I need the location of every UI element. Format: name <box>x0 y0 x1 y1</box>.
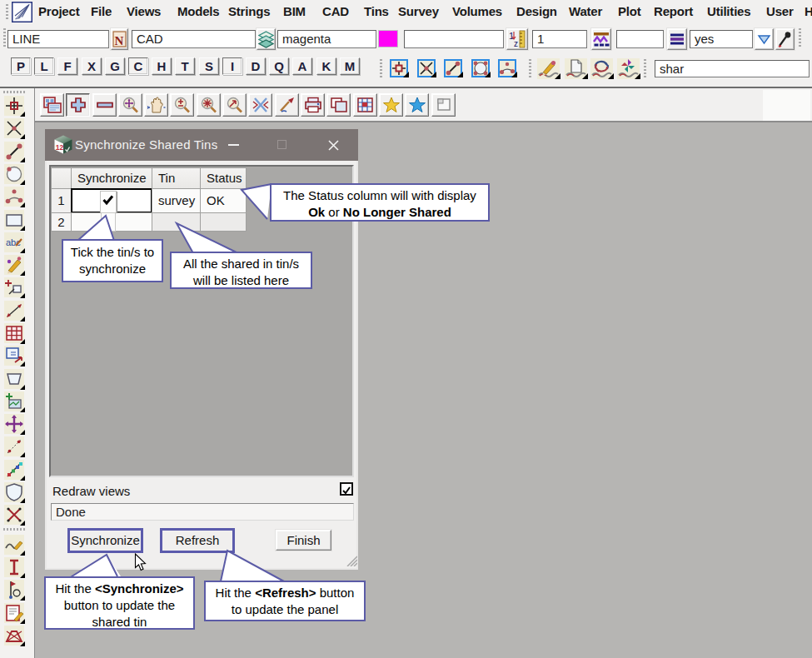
svg-text:z: z <box>514 39 518 48</box>
svg-text:N: N <box>115 34 124 47</box>
svg-text:12: 12 <box>56 143 64 152</box>
